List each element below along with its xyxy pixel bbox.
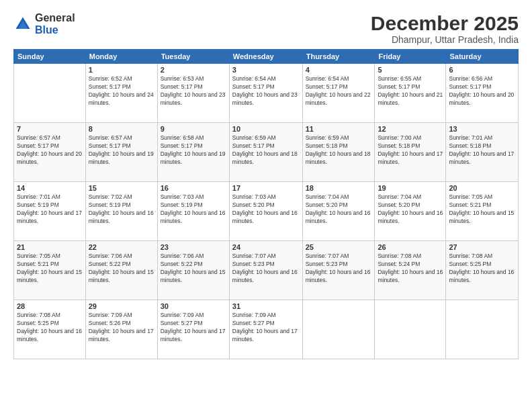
calendar-cell: 12Sunrise: 7:00 AM Sunset: 5:18 PM Dayli… [375, 123, 446, 182]
day-number: 26 [378, 243, 443, 251]
calendar-cell: 22Sunrise: 7:06 AM Sunset: 5:22 PM Dayli… [85, 241, 157, 300]
calendar-cell: 13Sunrise: 7:01 AM Sunset: 5:18 PM Dayli… [446, 123, 519, 182]
calendar-cell: 6Sunrise: 6:56 AM Sunset: 5:17 PM Daylig… [446, 64, 519, 123]
day-number: 15 [89, 184, 154, 192]
location-subtitle: Dhampur, Uttar Pradesh, India [371, 34, 519, 45]
cell-info: Sunrise: 6:54 AM Sunset: 5:17 PM Dayligh… [306, 75, 372, 107]
calendar-cell: 25Sunrise: 7:07 AM Sunset: 5:23 PM Dayli… [302, 241, 375, 300]
calendar-cell: 19Sunrise: 7:04 AM Sunset: 5:20 PM Dayli… [375, 182, 446, 241]
col-header-sunday: Sunday [14, 50, 86, 64]
cell-info: Sunrise: 7:02 AM Sunset: 5:19 PM Dayligh… [89, 193, 154, 226]
col-header-monday: Monday [85, 50, 157, 64]
col-header-tuesday: Tuesday [157, 50, 229, 64]
cell-info: Sunrise: 7:08 AM Sunset: 5:25 PM Dayligh… [449, 253, 515, 285]
month-title: December 2025 [371, 12, 519, 34]
calendar-cell [375, 300, 446, 359]
calendar-cell [446, 300, 519, 359]
cell-info: Sunrise: 7:09 AM Sunset: 5:27 PM Dayligh… [161, 312, 226, 344]
cell-info: Sunrise: 7:05 AM Sunset: 5:21 PM Dayligh… [449, 193, 515, 226]
logo-text: General Blue [35, 12, 75, 36]
day-number: 4 [306, 66, 372, 74]
day-number: 30 [161, 302, 226, 310]
day-number: 3 [232, 66, 300, 74]
day-number: 14 [17, 184, 83, 192]
calendar-cell: 7Sunrise: 6:57 AM Sunset: 5:17 PM Daylig… [14, 123, 86, 182]
day-number: 9 [161, 125, 226, 133]
cell-info: Sunrise: 7:04 AM Sunset: 5:20 PM Dayligh… [378, 193, 443, 226]
col-header-friday: Friday [375, 50, 446, 64]
day-number: 12 [378, 125, 443, 133]
cell-info: Sunrise: 7:05 AM Sunset: 5:21 PM Dayligh… [17, 253, 83, 285]
logo-icon [13, 15, 32, 34]
calendar-cell: 24Sunrise: 7:07 AM Sunset: 5:23 PM Dayli… [229, 241, 302, 300]
day-number: 16 [161, 184, 226, 192]
calendar-cell: 30Sunrise: 7:09 AM Sunset: 5:27 PM Dayli… [157, 300, 229, 359]
day-number: 2 [161, 66, 226, 74]
week-row-5: 28Sunrise: 7:08 AM Sunset: 5:25 PM Dayli… [14, 300, 519, 359]
cell-info: Sunrise: 7:09 AM Sunset: 5:27 PM Dayligh… [232, 312, 300, 344]
day-number: 27 [449, 243, 515, 251]
calendar-cell: 9Sunrise: 6:58 AM Sunset: 5:17 PM Daylig… [157, 123, 229, 182]
cell-info: Sunrise: 6:54 AM Sunset: 5:17 PM Dayligh… [232, 75, 300, 107]
day-number: 21 [17, 243, 83, 251]
day-number: 20 [449, 184, 515, 192]
calendar-cell: 21Sunrise: 7:05 AM Sunset: 5:21 PM Dayli… [14, 241, 86, 300]
day-number: 31 [232, 302, 300, 310]
cell-info: Sunrise: 6:53 AM Sunset: 5:17 PM Dayligh… [161, 75, 226, 107]
cell-info: Sunrise: 7:08 AM Sunset: 5:24 PM Dayligh… [378, 253, 443, 285]
col-header-saturday: Saturday [446, 50, 519, 64]
day-number: 25 [306, 243, 372, 251]
day-number: 28 [17, 302, 83, 310]
calendar-cell: 5Sunrise: 6:55 AM Sunset: 5:17 PM Daylig… [375, 64, 446, 123]
day-number: 19 [378, 184, 443, 192]
cell-info: Sunrise: 7:01 AM Sunset: 5:19 PM Dayligh… [17, 193, 83, 226]
cell-info: Sunrise: 6:56 AM Sunset: 5:17 PM Dayligh… [449, 75, 515, 107]
calendar-cell [14, 64, 86, 123]
day-number: 1 [89, 66, 154, 74]
calendar-cell: 18Sunrise: 7:04 AM Sunset: 5:20 PM Dayli… [302, 182, 375, 241]
cell-info: Sunrise: 7:01 AM Sunset: 5:18 PM Dayligh… [449, 134, 515, 167]
calendar-cell: 17Sunrise: 7:03 AM Sunset: 5:20 PM Dayli… [229, 182, 302, 241]
page: General Blue December 2025 Dhampur, Utta… [0, 0, 532, 411]
cell-info: Sunrise: 7:00 AM Sunset: 5:18 PM Dayligh… [378, 134, 443, 167]
day-number: 7 [17, 125, 83, 133]
cell-info: Sunrise: 6:59 AM Sunset: 5:17 PM Dayligh… [232, 134, 300, 167]
calendar-cell: 27Sunrise: 7:08 AM Sunset: 5:25 PM Dayli… [446, 241, 519, 300]
day-number: 23 [161, 243, 226, 251]
cell-info: Sunrise: 7:03 AM Sunset: 5:19 PM Dayligh… [161, 193, 226, 226]
day-number: 10 [232, 125, 300, 133]
calendar-cell: 28Sunrise: 7:08 AM Sunset: 5:25 PM Dayli… [14, 300, 86, 359]
logo-blue: Blue [35, 24, 75, 36]
calendar-cell: 10Sunrise: 6:59 AM Sunset: 5:17 PM Dayli… [229, 123, 302, 182]
calendar-cell: 15Sunrise: 7:02 AM Sunset: 5:19 PM Dayli… [85, 182, 157, 241]
cell-info: Sunrise: 7:07 AM Sunset: 5:23 PM Dayligh… [232, 253, 300, 285]
week-row-4: 21Sunrise: 7:05 AM Sunset: 5:21 PM Dayli… [14, 241, 519, 300]
calendar-cell: 2Sunrise: 6:53 AM Sunset: 5:17 PM Daylig… [157, 64, 229, 123]
cell-info: Sunrise: 7:06 AM Sunset: 5:22 PM Dayligh… [89, 253, 154, 285]
calendar-cell: 23Sunrise: 7:06 AM Sunset: 5:22 PM Dayli… [157, 241, 229, 300]
cell-info: Sunrise: 6:58 AM Sunset: 5:17 PM Dayligh… [161, 134, 226, 167]
week-row-2: 7Sunrise: 6:57 AM Sunset: 5:17 PM Daylig… [14, 123, 519, 182]
week-row-1: 1Sunrise: 6:52 AM Sunset: 5:17 PM Daylig… [14, 64, 519, 123]
header: General Blue December 2025 Dhampur, Utta… [13, 12, 519, 45]
calendar-cell: 29Sunrise: 7:09 AM Sunset: 5:26 PM Dayli… [85, 300, 157, 359]
cell-info: Sunrise: 7:09 AM Sunset: 5:26 PM Dayligh… [89, 312, 154, 344]
day-number: 24 [232, 243, 300, 251]
day-number: 18 [306, 184, 372, 192]
col-header-wednesday: Wednesday [229, 50, 302, 64]
calendar-cell: 31Sunrise: 7:09 AM Sunset: 5:27 PM Dayli… [229, 300, 302, 359]
cell-info: Sunrise: 6:55 AM Sunset: 5:17 PM Dayligh… [378, 75, 443, 107]
cell-info: Sunrise: 7:08 AM Sunset: 5:25 PM Dayligh… [17, 312, 83, 344]
logo: General Blue [13, 12, 75, 36]
day-number: 8 [89, 125, 154, 133]
calendar-cell: 11Sunrise: 6:59 AM Sunset: 5:18 PM Dayli… [302, 123, 375, 182]
calendar-cell: 16Sunrise: 7:03 AM Sunset: 5:19 PM Dayli… [157, 182, 229, 241]
cell-info: Sunrise: 6:52 AM Sunset: 5:17 PM Dayligh… [89, 75, 154, 107]
title-block: December 2025 Dhampur, Uttar Pradesh, In… [371, 12, 519, 45]
day-number: 5 [378, 66, 443, 74]
cell-info: Sunrise: 7:07 AM Sunset: 5:23 PM Dayligh… [306, 253, 372, 285]
calendar-cell: 20Sunrise: 7:05 AM Sunset: 5:21 PM Dayli… [446, 182, 519, 241]
calendar-cell: 4Sunrise: 6:54 AM Sunset: 5:17 PM Daylig… [302, 64, 375, 123]
col-header-thursday: Thursday [302, 50, 375, 64]
cell-info: Sunrise: 6:57 AM Sunset: 5:17 PM Dayligh… [17, 134, 83, 167]
